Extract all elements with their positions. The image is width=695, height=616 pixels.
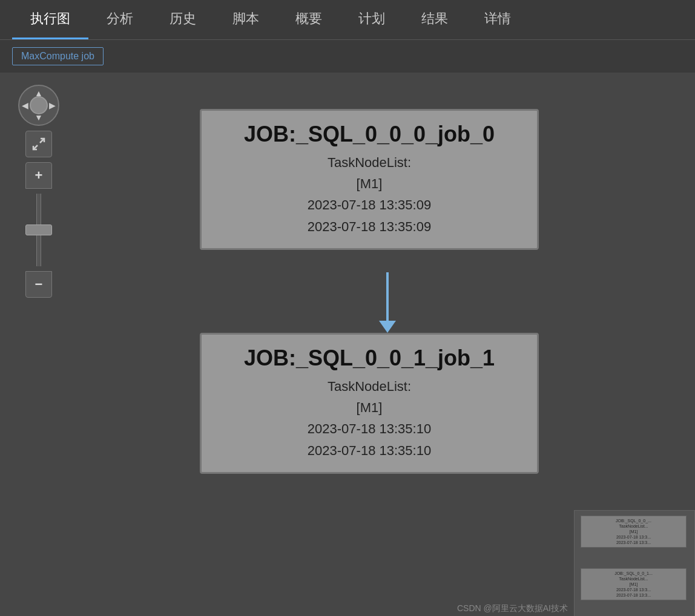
tab-overview[interactable]: 概要 — [277, 0, 340, 39]
mini-node-2-title: JOB:_SQL_0_0_1... — [583, 571, 684, 576]
compass-center — [30, 96, 48, 114]
job-node-1-tasknodelist-value: [M1] — [216, 173, 522, 194]
job-node-2-tasknodelist-value: [M1] — [216, 397, 522, 418]
tab-result[interactable]: 结果 — [403, 0, 466, 39]
mini-map: JOB:_SQL_0_0_... TaskNodeList... [M1] 20… — [574, 510, 695, 616]
mini-node-2-time1: 2023-07-18 13:3... — [583, 587, 684, 592]
main-canvas: ◀ ▶ + − JOB:_SQL_0_0_0_job_0 TaskNodeLis… — [0, 73, 695, 616]
zoom-in-button[interactable]: + — [25, 162, 52, 189]
mini-node-1-time1: 2023-07-18 13:3... — [583, 534, 684, 540]
tab-analysis[interactable]: 分析 — [88, 0, 151, 39]
mini-node-1-detail2: [M1] — [583, 529, 684, 534]
mini-node-1-detail1: TaskNodeList... — [583, 523, 684, 529]
zoom-slider-track — [36, 194, 41, 266]
job-node-2-start-time: 2023-07-18 13:35:10 — [216, 418, 522, 439]
arrow-connector — [379, 272, 396, 333]
top-navigation: 执行图 分析 历史 脚本 概要 计划 结果 详情 — [0, 0, 695, 40]
mini-node-1-time2: 2023-07-18 13:3... — [583, 540, 684, 545]
mini-node-1: JOB:_SQL_0_0_... TaskNodeList... [M1] 20… — [581, 516, 687, 548]
tab-history[interactable]: 历史 — [151, 0, 214, 39]
compass-right-icon: ▶ — [49, 100, 56, 110]
job-node-1-title: JOB:_SQL_0_0_0_job_0 — [216, 122, 522, 147]
mini-node-2-detail1: TaskNodeList... — [583, 576, 684, 582]
job-node-1-tasknodelist-label: TaskNodeList: — [216, 152, 522, 173]
mini-node-1-title: JOB:_SQL_0_0_... — [583, 518, 684, 523]
mini-node-2-time2: 2023-07-18 13:3... — [583, 592, 684, 598]
arrow-head — [379, 321, 396, 333]
mini-node-2-detail2: [M1] — [583, 582, 684, 587]
zoom-slider-thumb[interactable] — [25, 224, 52, 235]
job-node-2-end-time: 2023-07-18 13:35:10 — [216, 440, 522, 461]
tab-execution-graph[interactable]: 执行图 — [12, 0, 88, 39]
job-node-2-title: JOB:_SQL_0_0_1_job_1 — [216, 346, 522, 371]
arrow-line — [386, 272, 389, 321]
job-node-2[interactable]: JOB:_SQL_0_0_1_job_1 TaskNodeList: [M1] … — [200, 333, 539, 474]
breadcrumb-bar: MaxCompute job — [0, 40, 695, 73]
job-node-2-tasknodelist-label: TaskNodeList: — [216, 376, 522, 397]
tab-script[interactable]: 脚本 — [214, 0, 277, 39]
compass-left-icon: ◀ — [22, 100, 28, 110]
zoom-out-button[interactable]: − — [25, 271, 52, 298]
job-node-1-end-time: 2023-07-18 13:35:09 — [216, 216, 522, 237]
tab-plan[interactable]: 计划 — [340, 0, 403, 39]
tab-detail[interactable]: 详情 — [466, 0, 529, 39]
job-node-1[interactable]: JOB:_SQL_0_0_0_job_0 TaskNodeList: [M1] … — [200, 109, 539, 250]
mini-node-2: JOB:_SQL_0_0_1... TaskNodeList... [M1] 2… — [581, 568, 687, 600]
watermark: CSDN @阿里云大数据AI技术 — [457, 603, 568, 614]
nav-controls: ◀ ▶ + − — [18, 85, 59, 298]
job-node-1-start-time: 2023-07-18 13:35:09 — [216, 194, 522, 215]
breadcrumb-label: MaxCompute job — [12, 47, 104, 65]
fit-screen-button[interactable] — [25, 131, 52, 157]
compass-control[interactable]: ◀ ▶ — [18, 85, 59, 126]
